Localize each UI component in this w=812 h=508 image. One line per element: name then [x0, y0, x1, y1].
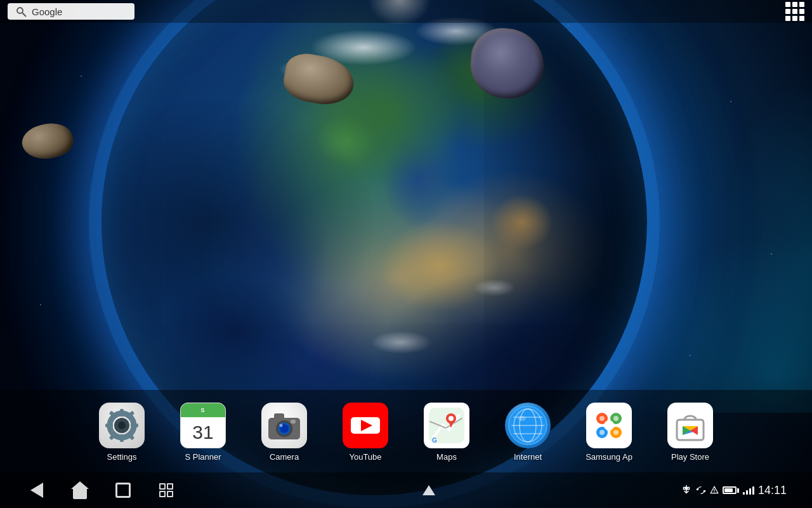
status-right-area	[785, 2, 804, 21]
signal-bar-1	[743, 492, 745, 495]
samsung-icon-img	[586, 403, 632, 448]
grid-dot	[792, 2, 797, 7]
alert-icon	[710, 486, 719, 495]
settings-icon-img	[99, 403, 145, 448]
grid-dot	[799, 9, 804, 14]
internet-svg	[508, 406, 547, 445]
nav-status-right: 14:11	[681, 484, 787, 497]
up-arrow-icon	[422, 485, 435, 495]
signal-bars	[743, 486, 754, 495]
maps-svg: G	[427, 406, 466, 445]
settings-app-icon[interactable]: Settings	[81, 396, 162, 467]
home-roof	[71, 481, 89, 489]
grid-dot	[799, 2, 804, 7]
internet-app-icon[interactable]: Internet	[487, 396, 568, 467]
ss-cell	[159, 483, 166, 490]
nav-left-buttons	[25, 479, 178, 502]
back-icon	[30, 483, 43, 498]
nav-center	[417, 479, 440, 502]
maps-icon-img: G	[424, 403, 469, 448]
splanner-icon-img: S 31	[180, 403, 226, 448]
time-display: 14:11	[758, 484, 787, 497]
grid-dot	[785, 9, 790, 14]
splanner-app-icon[interactable]: S 31 S Planner	[162, 396, 244, 467]
camera-svg	[265, 406, 303, 444]
svg-rect-4	[120, 409, 124, 417]
playstore-icon-img	[667, 403, 713, 448]
svg-point-27	[449, 416, 454, 421]
camera-icon-img	[261, 403, 307, 448]
grid-dot	[785, 2, 790, 7]
home-body	[73, 489, 87, 499]
playstore-svg	[671, 406, 710, 445]
settings-gear-svg	[103, 406, 141, 444]
status-bar: Google	[0, 0, 812, 23]
signal-bar-3	[749, 488, 751, 495]
internet-label: Internet	[514, 452, 542, 462]
svg-rect-5	[120, 434, 124, 442]
back-button[interactable]	[25, 479, 48, 502]
svg-point-45	[613, 416, 619, 421]
svg-rect-15	[274, 413, 284, 420]
svg-point-43	[604, 420, 614, 431]
youtube-label: YouTube	[349, 452, 381, 462]
grid-dot	[792, 9, 797, 14]
svg-rect-6	[105, 424, 113, 427]
settings-label: Settings	[107, 452, 137, 462]
internet-icon-img	[505, 403, 551, 448]
svg-point-44	[599, 416, 605, 421]
recents-icon	[115, 483, 131, 498]
samsung-apps-icon[interactable]: Samsung Ap	[568, 396, 650, 467]
ss-cell	[159, 491, 166, 497]
apps-grid-button[interactable]	[785, 2, 804, 21]
battery-fill	[724, 488, 733, 492]
samsung-svg	[589, 406, 629, 445]
svg-point-37	[518, 416, 526, 421]
youtube-icon-img	[343, 403, 388, 448]
svg-text:G: G	[432, 437, 437, 444]
signal-bar-4	[752, 486, 754, 495]
battery-body	[723, 486, 737, 494]
navigation-bar: 14:11	[0, 472, 812, 508]
app-dock: Settings S 31 S Planner	[0, 390, 812, 472]
recents-button[interactable]	[112, 479, 134, 502]
maps-app-icon[interactable]: G Maps	[406, 396, 487, 467]
screenshot-icon	[159, 483, 173, 497]
screenshot-button[interactable]	[155, 479, 178, 502]
svg-point-19	[280, 424, 283, 427]
youtube-app-icon[interactable]: YouTube	[325, 396, 406, 467]
camera-app-icon[interactable]: Camera	[244, 396, 325, 467]
youtube-svg	[346, 406, 385, 445]
camera-label: Camera	[270, 452, 299, 462]
playstore-app-icon[interactable]: Play Store	[650, 396, 731, 467]
svg-point-47	[613, 430, 619, 435]
svg-point-13	[118, 422, 126, 429]
signal-bar-2	[746, 490, 748, 495]
splanner-date: 31	[181, 417, 225, 448]
svg-rect-7	[131, 424, 138, 427]
maps-label: Maps	[436, 452, 457, 462]
ss-cell	[167, 483, 173, 490]
google-search-bar[interactable]: Google	[8, 3, 134, 20]
grid-dot	[792, 16, 797, 21]
google-label: Google	[32, 6, 62, 17]
svg-line-1	[22, 13, 25, 16]
ss-cell	[167, 491, 173, 497]
sync-icon	[696, 485, 706, 495]
battery-icon	[723, 486, 739, 494]
search-icon	[15, 6, 27, 17]
svg-point-46	[599, 430, 605, 435]
up-button[interactable]	[417, 479, 440, 502]
playstore-label: Play Store	[671, 452, 709, 462]
svg-rect-20	[291, 420, 296, 424]
usb-icon	[681, 485, 692, 496]
splanner-header: S	[181, 403, 225, 417]
splanner-label: S Planner	[185, 452, 221, 462]
samsung-label: Samsung Ap	[586, 452, 632, 462]
grid-dot	[799, 16, 804, 21]
grid-dot	[785, 16, 790, 21]
battery-tip	[737, 488, 739, 493]
home-button[interactable]	[69, 479, 91, 502]
splanner-header-text: S	[200, 407, 205, 413]
home-icon	[71, 481, 89, 499]
